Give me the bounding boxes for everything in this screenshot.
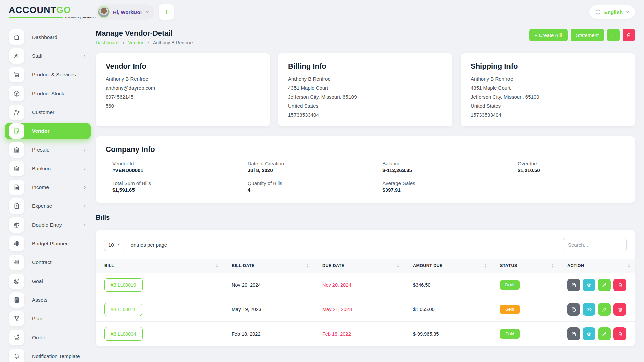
amount-due: $1,055.00	[413, 307, 435, 312]
coins-icon: $	[13, 259, 20, 266]
breadcrumb-vendor-link[interactable]: Vendor	[128, 40, 143, 45]
sidebar-item-presale[interactable]: Presale	[5, 141, 91, 158]
view-bill-button[interactable]	[583, 303, 595, 316]
bills-card: 10 entries per page BILL▲▼ BILL DATE▲▼ D…	[96, 230, 635, 346]
delete-bill-button[interactable]	[613, 327, 626, 340]
sidebar: Dashboard Staff Product & Services Produ…	[0, 24, 96, 362]
sidebar-item-label: Double Entry	[32, 222, 62, 228]
search-input[interactable]	[563, 238, 627, 251]
bank-icon	[13, 146, 20, 154]
edit-bill-button[interactable]	[598, 303, 611, 316]
chevron-right-icon	[83, 148, 87, 152]
page-size-select[interactable]: 10	[104, 239, 125, 251]
sidebar-item-label: Staff	[32, 53, 43, 59]
sidebar-item-customer[interactable]: Customer	[5, 104, 91, 121]
language-label: English	[604, 9, 623, 15]
sidebar-item-dashboard[interactable]: Dashboard	[5, 29, 91, 46]
pencil-icon	[602, 307, 607, 312]
sidebar-item-plan[interactable]: Plan	[5, 310, 91, 327]
chevron-right-icon	[83, 185, 87, 190]
sidebar-item-double-entry[interactable]: Double Entry	[5, 217, 91, 233]
sidebar-item-goal[interactable]: Goal	[5, 273, 91, 290]
quick-add-button[interactable]	[159, 4, 174, 20]
user-menu[interactable]: Hi, WorkDo!	[96, 4, 154, 20]
duplicate-bill-button[interactable]	[567, 327, 580, 340]
delete-bill-button[interactable]	[613, 303, 626, 316]
breadcrumb-dashboard-link[interactable]: Dashboard	[96, 40, 119, 45]
duplicate-icon	[571, 282, 577, 288]
bill-date: Nov 20, 2024	[232, 282, 261, 288]
column-header-bill[interactable]: BILL▲▼	[96, 259, 223, 273]
chevron-right-icon	[83, 223, 87, 227]
language-select[interactable]: English	[589, 5, 635, 19]
bill-number-link[interactable]: #BILL00019	[104, 278, 143, 292]
column-header-status[interactable]: STATUS▲▼	[491, 259, 558, 273]
bill-number-link[interactable]: #BILL00004	[104, 327, 143, 341]
status-badge: Sent	[500, 305, 520, 314]
chevron-right-icon	[83, 167, 87, 171]
sidebar-item-assets[interactable]: Assets	[5, 292, 91, 308]
plus-icon	[163, 9, 170, 15]
bill-date: Feb 18, 2022	[232, 331, 260, 337]
breadcrumb-current: Anthony B Renfroe	[153, 40, 193, 45]
edit-vendor-button[interactable]	[607, 29, 620, 41]
bill-table-row: #BILL00019 Nov 20, 2024 Nov 20, 2024 $34…	[96, 273, 635, 297]
sidebar-item-banking[interactable]: Banking	[5, 160, 91, 177]
sidebar-item-label: Presale	[32, 147, 50, 153]
chevron-down-icon	[117, 243, 121, 247]
globe-icon	[595, 9, 601, 15]
sidebar-item-vendor[interactable]: Vendor	[5, 123, 91, 139]
delete-vendor-button[interactable]	[623, 29, 635, 41]
cart-plus-icon	[13, 334, 20, 341]
eye-icon	[586, 331, 592, 337]
sidebar-item-staff[interactable]: Staff	[5, 48, 91, 64]
trash-icon	[617, 282, 623, 288]
view-bill-button[interactable]	[583, 327, 595, 340]
column-header-due-date[interactable]: DUE DATE▲▼	[314, 259, 404, 273]
target-icon	[13, 278, 20, 285]
sidebar-item-contract[interactable]: $ Contract	[5, 254, 91, 271]
sidebar-item-budget-planner[interactable]: $ Budget Planner	[5, 235, 91, 252]
sidebar-item-label: Assets	[32, 297, 48, 303]
sort-icon[interactable]: ▲▼	[628, 263, 630, 268]
billing-info-title: Billing Info	[288, 62, 442, 71]
amount-due: $-99,965.35	[413, 331, 439, 337]
sort-icon[interactable]: ▲▼	[216, 263, 218, 268]
sidebar-item-product-stock[interactable]: Product Stock	[5, 85, 91, 102]
vendor-info-lines: Anthony B Renfroe anthony@dayrep.com 897…	[106, 75, 260, 111]
pencil-icon	[602, 282, 607, 288]
user-avatar	[98, 6, 110, 18]
column-header-bill-date[interactable]: BILL DATE▲▼	[223, 259, 314, 273]
sidebar-item-product-services[interactable]: Product & Services	[5, 66, 91, 83]
view-bill-button[interactable]	[583, 279, 595, 291]
chevron-right-icon	[83, 204, 87, 208]
sidebar-item-label: Banking	[32, 166, 51, 172]
top-bar: ACCOUNTGO Powered By WORKDO Hi, WorkDo! …	[0, 0, 644, 24]
edit-bill-button[interactable]	[598, 327, 611, 340]
create-bill-button[interactable]: + Create Bill	[529, 29, 568, 41]
delete-bill-button[interactable]	[613, 279, 626, 291]
billing-info-card: Billing Info Anthony B Renfroe 4351 Mapl…	[278, 53, 452, 126]
bill-number-link[interactable]: #BILL00011	[104, 303, 142, 316]
sidebar-item-notification-template[interactable]: Notification Template	[5, 348, 91, 362]
sort-icon[interactable]: ▲▼	[397, 263, 399, 268]
edit-bill-button[interactable]	[598, 279, 611, 291]
sidebar-item-order[interactable]: Order	[5, 329, 91, 346]
field-vendor-id: Vendor Id #VEND00001	[112, 161, 241, 173]
app-logo[interactable]: ACCOUNTGO Powered By WORKDO	[0, 5, 96, 19]
column-header-amount-due[interactable]: AMOUNT DUE▲▼	[404, 259, 491, 273]
duplicate-bill-button[interactable]	[567, 303, 580, 316]
column-header-action[interactable]: ACTION▲▼	[558, 259, 635, 273]
duplicate-bill-button[interactable]	[567, 279, 580, 291]
sort-icon[interactable]: ▲▼	[484, 263, 487, 268]
sidebar-item-income[interactable]: Income	[5, 179, 91, 196]
sidebar-item-expense[interactable]: $ Expense	[5, 198, 91, 215]
pencil-icon	[602, 331, 607, 337]
sort-icon[interactable]: ▲▼	[551, 263, 554, 268]
sidebar-item-label: Order	[32, 335, 45, 341]
due-date: May 21, 2023	[322, 307, 352, 312]
statement-button[interactable]: Statement	[571, 29, 604, 41]
sort-icon[interactable]: ▲▼	[306, 263, 309, 268]
bell-icon	[13, 353, 20, 360]
cart-icon	[13, 71, 20, 78]
